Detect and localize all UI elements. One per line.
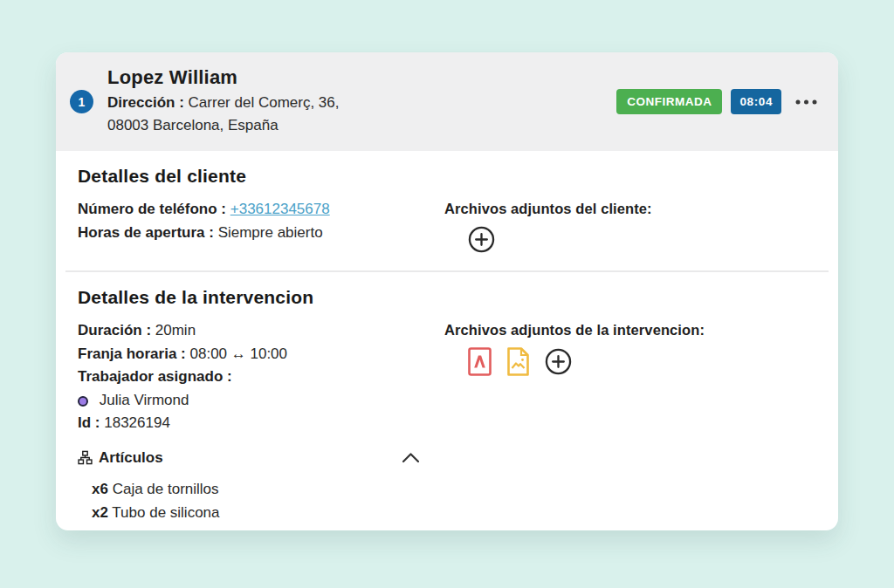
intervention-attachments-heading: Archivos adjuntos de la intervencion: [444, 322, 817, 338]
address-label: Dirección : [107, 94, 184, 111]
intervention-attachments: Archivos adjuntos de la intervencion: [444, 322, 817, 524]
worker-color-dot [78, 396, 88, 407]
duration-row: Duración : 20min [78, 319, 444, 343]
assigned-worker-label: Trabajador asignado : [78, 368, 232, 385]
customer-name: Lopez William [107, 66, 339, 89]
duration-label: Duración : [78, 322, 151, 338]
ellipsis-icon [795, 99, 817, 105]
client-attachments: Archivos adjuntos del cliente: [444, 201, 817, 253]
status-badge: CONFIRMADA [616, 89, 722, 114]
worker-name: Julia Virmond [100, 392, 189, 408]
add-client-attachment-button[interactable] [468, 226, 495, 253]
add-intervention-attachment-button[interactable] [545, 348, 572, 375]
pdf-attachment-button[interactable] [468, 347, 492, 376]
intervention-attachments-row [468, 347, 817, 376]
article-list-item: x2 Tubo de silicona [92, 501, 444, 524]
intervention-id-row: Id : 18326194 [78, 412, 444, 435]
article-quantity: x2 [92, 504, 108, 521]
phone-label: Número de teléfono : [78, 201, 226, 217]
client-rows: Número de teléfono : +33612345678 Horas … [78, 198, 444, 244]
client-attachments-heading: Archivos adjuntos del cliente: [444, 201, 817, 217]
plus-circle-icon [468, 226, 495, 253]
intervention-details-section: Detalles de la intervencion Duración : 2… [56, 272, 838, 530]
card-header: 1 Lopez William Dirección : Carrer del C… [56, 52, 838, 151]
customer-address-line2: 08003 Barcelona, España [107, 114, 339, 137]
article-name: Caja de tornillos [113, 481, 219, 497]
intervention-section-heading: Detalles de la intervencion [78, 287, 444, 308]
image-file-icon [506, 347, 530, 376]
customer-summary: Lopez William Dirección : Carrer del Com… [107, 66, 339, 137]
opening-hours-row: Horas de apertura : Siempre abierto [78, 222, 444, 245]
time-badge: 08:04 [731, 89, 781, 114]
article-name: Tubo de silicona [112, 504, 219, 521]
more-options-button[interactable] [795, 99, 817, 105]
chevron-up-icon [402, 452, 420, 463]
client-section-heading: Detalles del cliente [78, 166, 444, 187]
assigned-worker-row: Trabajador asignado : [78, 366, 444, 389]
article-quantity: x6 [92, 481, 108, 497]
customer-address-line1: Dirección : Carrer del Comerç, 36, [107, 92, 339, 114]
intervention-rows: Duración : 20min Franja horaria : 08:00 … [78, 319, 444, 435]
articles-heading: Artículos [99, 449, 163, 467]
article-list-item: x6 Caja de tornillos [92, 477, 444, 501]
timeslot-label: Franja horaria : [78, 345, 186, 362]
address-value-line1: Carrer del Comerç, 36, [189, 94, 340, 111]
articles-toggle[interactable]: Artículos [78, 449, 420, 467]
stop-number-badge: 1 [70, 90, 93, 113]
header-badges: CONFIRMADA 08:04 [616, 89, 817, 114]
collapse-articles-button[interactable] [402, 452, 420, 463]
timeslot-value: 08:00 ↔ 10:00 [190, 345, 288, 362]
opening-hours-value: Siempre abierto [218, 224, 323, 241]
appointment-card: 1 Lopez William Dirección : Carrer del C… [56, 52, 838, 530]
client-attachments-row [468, 226, 817, 253]
articles-list: x6 Caja de tornillos x2 Tubo de silicona [78, 477, 444, 524]
phone-row: Número de teléfono : +33612345678 [78, 198, 444, 222]
opening-hours-label: Horas de apertura : [78, 224, 214, 241]
sitemap-icon [78, 450, 93, 465]
phone-link[interactable]: +33612345678 [230, 201, 330, 217]
pdf-file-icon [468, 347, 492, 376]
articles-block: Artículos x6 Caja de tornillos x2 Tubo d… [78, 449, 444, 524]
worker-identity-row: Julia Virmond [78, 389, 444, 413]
timeslot-row: Franja horaria : 08:00 ↔ 10:00 [78, 343, 444, 366]
duration-value: 20min [155, 322, 196, 338]
plus-circle-icon [545, 348, 572, 375]
client-details-section: Detalles del cliente Número de teléfono … [56, 151, 838, 270]
image-attachment-button[interactable] [506, 347, 530, 376]
intervention-id-label: Id : [78, 414, 100, 431]
intervention-id-value: 18326194 [104, 414, 170, 431]
